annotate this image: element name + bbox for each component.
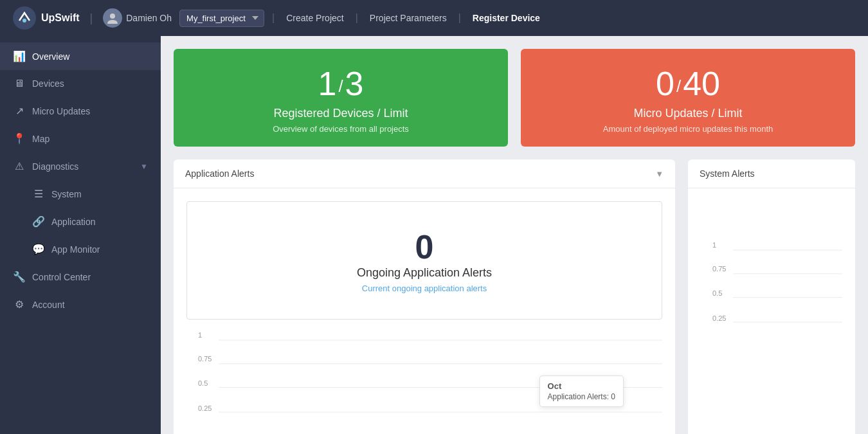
- sidebar-item-overview[interactable]: 📊 Overview: [0, 42, 161, 70]
- registered-devices-title: Registered Devices / Limit: [186, 107, 495, 120]
- avatar: [103, 8, 122, 28]
- sidebar-item-label: Account: [32, 300, 148, 310]
- sidebar-item-label: Control Center: [32, 272, 148, 282]
- application-alerts-content: 0 Ongoing Application Alerts Current ong…: [174, 188, 675, 434]
- cards-row: 1/3 Registered Devices / Limit Overview …: [174, 49, 855, 147]
- arrow-up-icon: ↗: [13, 105, 26, 117]
- sidebar-item-map[interactable]: 📍 Map: [0, 125, 161, 152]
- sidebar-item-micro-updates[interactable]: ↗ Micro Updates: [0, 97, 161, 125]
- registered-devices-card: 1/3 Registered Devices / Limit Overview …: [174, 49, 508, 147]
- nav-pipe-1: |: [272, 12, 275, 24]
- system-alerts-chart: 1 0.75 0.5 0.25: [701, 240, 842, 343]
- chart-label-075: 0.75: [712, 265, 726, 273]
- project-select[interactable]: My_first_project: [179, 10, 264, 27]
- chart-label-075: 0.75: [198, 355, 212, 363]
- application-icon: 🔗: [32, 215, 45, 228]
- sidebar-item-label: Diagnostics: [32, 161, 134, 172]
- nav-link-register-device[interactable]: Register Device: [469, 13, 544, 23]
- sidebar-item-label: App Monitor: [51, 244, 148, 255]
- monitor-icon: 🖥: [13, 78, 26, 89]
- topnav: UpSwift | Damien Oh My_first_project | C…: [0, 0, 868, 36]
- count-sub: 40: [683, 65, 720, 102]
- svg-point-2: [110, 14, 115, 19]
- micro-updates-card: 0/40 Micro Updates / Limit Amount of dep…: [521, 49, 855, 147]
- logo-text: UpSwift: [41, 12, 80, 24]
- system-alerts-panel: System Alerts 1 0.75 0.5 0.25: [688, 159, 855, 434]
- micro-updates-title: Micro Updates / Limit: [534, 107, 842, 120]
- system-alerts-content: 1 0.75 0.5 0.25: [688, 188, 855, 356]
- sidebar-item-label: Micro Updates: [32, 106, 148, 116]
- user-icon: [107, 12, 118, 24]
- sidebar-item-label: System: [51, 189, 148, 199]
- map-pin-icon: 📍: [13, 132, 26, 145]
- nav-link-create-project[interactable]: Create Project: [282, 13, 347, 23]
- sidebar-item-app-monitor[interactable]: 💬 App Monitor: [0, 235, 161, 263]
- chat-icon: 💬: [32, 243, 45, 255]
- nav-pipe-2: |: [356, 12, 358, 24]
- registered-devices-sub: Overview of devices from all projects: [186, 124, 495, 134]
- sidebar-item-control-center[interactable]: 🔧 Control Center: [0, 263, 161, 291]
- application-alerts-chart: 1 0.75 0.5 0.25 Oct Application Alert: [186, 330, 662, 433]
- count-sep: /: [338, 77, 343, 96]
- svg-point-1: [23, 19, 26, 23]
- sidebar: 📊 Overview 🖥 Devices ↗ Micro Updates 📍 M…: [0, 36, 161, 434]
- sidebar-item-application[interactable]: 🔗 Application: [0, 208, 161, 235]
- nav-separator-1: |: [90, 12, 93, 25]
- nav-link-project-parameters[interactable]: Project Parameters: [366, 13, 451, 23]
- chart-label-1: 1: [712, 241, 716, 249]
- count-sep: /: [676, 77, 681, 96]
- system-alerts-placeholder: [701, 201, 842, 240]
- sidebar-item-devices[interactable]: 🖥 Devices: [0, 70, 161, 97]
- tooltip-month: Oct: [548, 381, 615, 391]
- user-name: Damien Oh: [126, 13, 172, 23]
- application-alerts-header: Application Alerts ▼: [174, 159, 675, 188]
- application-alerts-ongoing-title: Ongoing Application Alerts: [200, 266, 649, 280]
- chart-label-05: 0.5: [198, 379, 208, 387]
- warning-icon: ⚠: [13, 160, 26, 172]
- registered-devices-count: 1/3: [186, 67, 495, 100]
- count-main: 1: [318, 65, 336, 102]
- micro-updates-sub: Amount of deployed micro updates this mo…: [534, 124, 842, 134]
- application-alerts-sub: Current ongoing application alerts: [200, 284, 649, 293]
- micro-updates-count: 0/40: [534, 67, 842, 100]
- alerts-row: Application Alerts ▼ 0 Ongoing Applicati…: [174, 159, 855, 434]
- system-icon: ☰: [32, 188, 45, 200]
- user-area: Damien Oh: [103, 8, 172, 28]
- chart-tooltip: Oct Application Alerts: 0: [539, 375, 624, 407]
- chart-label-025: 0.25: [198, 404, 212, 412]
- count-sub: 3: [345, 65, 364, 102]
- application-alerts-panel: Application Alerts ▼ 0 Ongoing Applicati…: [174, 159, 675, 434]
- application-alerts-zero: 0: [200, 228, 649, 266]
- gear-icon: ⚙: [13, 298, 26, 311]
- sidebar-item-system[interactable]: ☰ System: [0, 180, 161, 208]
- svg-point-0: [13, 6, 36, 30]
- sidebar-item-label: Overview: [32, 51, 148, 62]
- application-alerts-box: 0 Ongoing Application Alerts Current ong…: [186, 201, 662, 320]
- chevron-down-icon: ▼: [140, 162, 148, 171]
- logo: UpSwift: [13, 6, 80, 30]
- sidebar-item-label: Devices: [32, 78, 148, 89]
- application-alerts-title: Application Alerts: [185, 168, 254, 179]
- system-alerts-title: System Alerts: [700, 168, 755, 179]
- system-alerts-chart-svg: [733, 240, 842, 343]
- chart-label-05: 0.5: [712, 289, 722, 297]
- bar-chart-icon: 📊: [13, 50, 26, 62]
- chart-label-025: 0.25: [712, 314, 726, 322]
- count-main: 0: [656, 65, 674, 102]
- logo-icon: [13, 6, 36, 30]
- chevron-down-icon[interactable]: ▼: [655, 169, 664, 179]
- nav-pipe-3: |: [458, 12, 461, 24]
- main-content: 1/3 Registered Devices / Limit Overview …: [161, 36, 868, 434]
- sidebar-item-label: Application: [51, 217, 148, 227]
- chart-label-1: 1: [198, 331, 202, 339]
- sidebar-item-label: Map: [32, 134, 148, 144]
- main-layout: 📊 Overview 🖥 Devices ↗ Micro Updates 📍 M…: [0, 36, 868, 434]
- system-alerts-header: System Alerts: [688, 159, 855, 188]
- sidebar-item-account[interactable]: ⚙ Account: [0, 291, 161, 318]
- tooltip-value: Application Alerts: 0: [548, 392, 615, 401]
- sidebar-item-diagnostics[interactable]: ⚠ Diagnostics ▼: [0, 152, 161, 180]
- wrench-icon: 🔧: [13, 271, 26, 283]
